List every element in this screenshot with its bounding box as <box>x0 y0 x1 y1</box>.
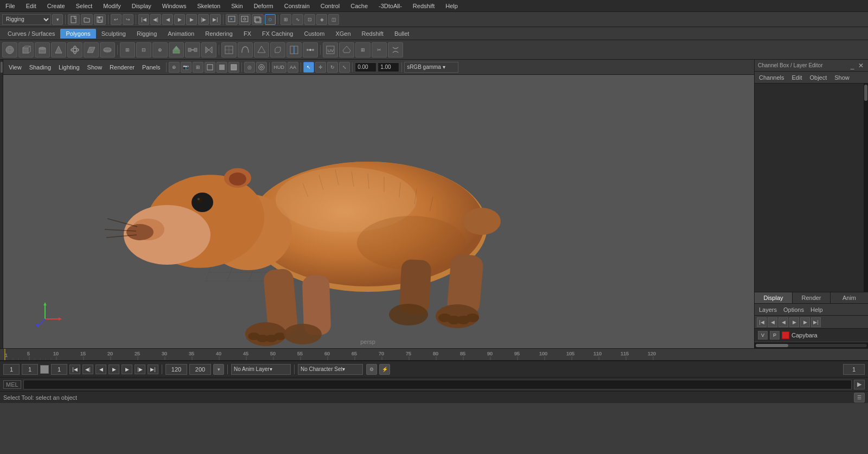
shelf-icon-combine[interactable]: ⊞ <box>120 42 135 57</box>
shelf-tab-redshift[interactable]: Redshift <box>356 29 389 39</box>
prev-key-btn[interactable]: ◀| <box>150 14 161 25</box>
save-file-btn[interactable] <box>94 14 106 25</box>
shelf-icon-cylinder[interactable] <box>35 42 50 57</box>
ch-menu-edit[interactable]: Edit <box>789 73 804 82</box>
menu-cache[interactable]: Cache <box>347 2 371 10</box>
playback-prev-btn[interactable]: ◀ <box>95 365 106 374</box>
snap-grid-btn[interactable]: ⊞ <box>280 14 291 25</box>
shelf-icon-extrude[interactable] <box>169 42 184 57</box>
vp-menu-show[interactable]: Show <box>84 63 106 72</box>
vp-menu-panels[interactable]: Panels <box>139 63 164 72</box>
layer-nav-prev[interactable]: ◀ <box>778 317 788 327</box>
shelf-icon-bevel[interactable] <box>270 42 285 57</box>
timeline-ruler[interactable]: 1 5 10 15 20 25 30 35 40 45 50 55 60 65 … <box>0 349 868 361</box>
vp-icon-shaded[interactable] <box>216 62 227 73</box>
help-menu[interactable]: Help <box>808 305 825 314</box>
ipr-btn[interactable]: ⊙ <box>265 14 276 25</box>
layer-nav-next-big[interactable]: ▶ <box>800 317 810 327</box>
prev-frame-btn[interactable]: ◀ <box>162 14 173 25</box>
layer-nav-last[interactable]: ▶| <box>811 317 821 327</box>
menu-3dtoall[interactable]: -3DtoAll- <box>375 2 405 10</box>
vp-icon-hud[interactable]: HUD <box>272 62 287 73</box>
layer-nav-prev-big[interactable]: ◀ <box>768 317 777 327</box>
snap-surface-btn[interactable]: ◫ <box>328 14 339 25</box>
status-bar-icon[interactable]: ☰ <box>854 393 865 402</box>
cmd-mel-label[interactable]: MEL <box>3 380 21 389</box>
shelf-icon-insert-edgeloop[interactable] <box>286 42 302 57</box>
shelf-icon-uv-editor[interactable]: UV <box>323 42 338 57</box>
layer-color-swatch[interactable] <box>782 331 789 339</box>
vp-menu-view[interactable]: View <box>5 63 25 72</box>
shelf-icon-sphere[interactable] <box>2 42 17 57</box>
char-set-dropdown[interactable]: No Character Set▾ <box>298 364 363 375</box>
timeline-icon2[interactable]: ⚡ <box>379 364 390 375</box>
shelf-icon-boolean[interactable]: ⊕ <box>152 42 168 57</box>
shelf-icon-layout[interactable]: ⊞ <box>355 42 371 57</box>
layer-p-btn[interactable]: P <box>770 331 780 340</box>
shelf-icon-smooth[interactable] <box>238 42 253 57</box>
vp-menu-renderer[interactable]: Renderer <box>106 63 138 72</box>
menu-modify[interactable]: Modify <box>100 2 124 10</box>
menu-windows[interactable]: Windows <box>159 2 190 10</box>
layer-nav-next[interactable]: ▶ <box>789 317 799 327</box>
undo-btn[interactable]: ↩ <box>111 14 122 25</box>
shelf-icon-sew[interactable] <box>388 42 403 57</box>
menu-edit[interactable]: Edit <box>23 2 40 10</box>
shelf-tab-xgen[interactable]: XGen <box>330 29 356 39</box>
vp-colorspace-selector[interactable]: sRGB gamma ▾ <box>404 62 458 73</box>
menu-constrain[interactable]: Constrain <box>281 2 313 10</box>
snap-curve-btn[interactable]: ∿ <box>292 14 303 25</box>
shelf-icon-disk[interactable] <box>100 42 115 57</box>
next-frame-btn[interactable]: ▶ <box>186 14 197 25</box>
panel-minimize-btn[interactable]: _ <box>848 62 856 69</box>
render-current-btn[interactable] <box>226 14 238 25</box>
menu-file[interactable]: File <box>2 2 18 10</box>
ch-menu-channels[interactable]: Channels <box>757 73 786 82</box>
vp-icon-camera[interactable]: 📷 <box>181 62 192 73</box>
anim-end-field[interactable] <box>189 364 211 375</box>
shelf-tab-bullet[interactable]: Bullet <box>389 29 415 39</box>
shelf-tab-rendering[interactable]: Rendering <box>200 29 238 39</box>
menu-skin[interactable]: Skin <box>228 2 246 10</box>
shelf-icon-subdivide[interactable] <box>221 42 237 57</box>
vp-select-tool[interactable]: ↖ <box>303 62 314 73</box>
render-seq-btn[interactable] <box>252 14 264 25</box>
shelf-icon-cone[interactable] <box>51 42 66 57</box>
shelf-icon-triangulate[interactable] <box>254 42 269 57</box>
shelf-tab-custom[interactable]: Custom <box>299 29 330 39</box>
frame-indicator-right[interactable] <box>843 364 865 375</box>
shelf-tab-polygons[interactable]: Polygons <box>60 29 95 39</box>
cmd-submit-btn[interactable]: ▶ <box>854 380 865 389</box>
play-fwd-btn[interactable]: ▶ <box>174 14 185 25</box>
current-frame-field1[interactable] <box>22 364 38 375</box>
tab-render[interactable]: Render <box>793 292 831 303</box>
vp-icon-isolate[interactable]: ◎ <box>244 62 255 73</box>
new-file-btn[interactable] <box>68 14 80 25</box>
menu-select[interactable]: Select <box>73 2 96 10</box>
timeline-icon1[interactable]: ⚙ <box>366 364 377 375</box>
snap-view-btn[interactable]: ◈ <box>316 14 327 25</box>
open-file-btn[interactable] <box>81 14 93 25</box>
vp-icon-shaded-wire[interactable] <box>228 62 239 73</box>
vp-icon-wireframe[interactable] <box>205 62 215 73</box>
current-frame-field2[interactable] <box>51 364 67 375</box>
playback-play-btn[interactable]: ▶ <box>108 365 119 374</box>
shelf-tab-rigging[interactable]: Rigging <box>131 29 162 39</box>
shelf-tab-sculpting[interactable]: Sculpting <box>96 29 131 39</box>
render-settings-btn[interactable] <box>239 14 251 25</box>
anim-layer-dropdown[interactable]: No Anim Layer▾ <box>231 364 291 375</box>
tab-display[interactable]: Display <box>755 292 793 303</box>
right-panel-scrollbar[interactable] <box>755 342 868 348</box>
playback-prev-key-btn[interactable]: ◀| <box>82 365 93 374</box>
redo-btn[interactable]: ↪ <box>123 14 133 25</box>
playback-go-start-btn[interactable]: |◀ <box>69 365 80 374</box>
menu-redshift[interactable]: Redshift <box>410 2 438 10</box>
shelf-icon-cube[interactable] <box>18 42 34 57</box>
menu-skeleton[interactable]: Skeleton <box>194 2 224 10</box>
viewport-3d[interactable]: persp <box>3 75 754 348</box>
workspace-selector[interactable]: Rigging Modeling Animation <box>2 14 51 25</box>
layers-menu[interactable]: Layers <box>757 305 779 314</box>
shelf-icon-torus[interactable] <box>67 42 82 57</box>
playback-next-key-btn[interactable]: |▶ <box>135 365 145 374</box>
shelf-tab-animation[interactable]: Animation <box>162 29 200 39</box>
